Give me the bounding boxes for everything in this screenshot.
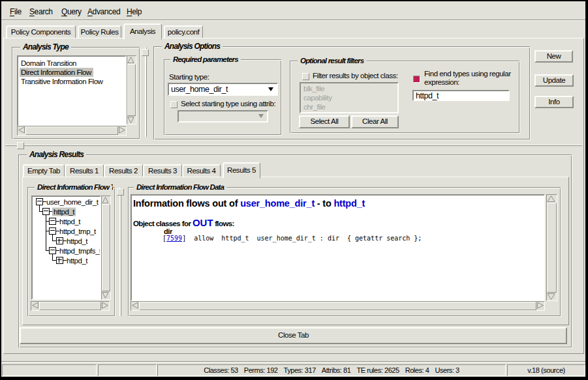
select-all-button[interactable]: Select All bbox=[299, 115, 350, 128]
tree-node-label[interactable]: httpd_t bbox=[59, 217, 80, 226]
analysis-options-title: Analysis Options bbox=[162, 42, 223, 51]
regex-input[interactable]: httpd_t bbox=[412, 90, 510, 101]
tree-collapse-icon[interactable] bbox=[56, 237, 63, 244]
scroll-right-arrow-icon[interactable] bbox=[101, 302, 109, 310]
scroll-right-arrow-icon[interactable] bbox=[118, 126, 126, 135]
results-tab-1[interactable]: Results 1 bbox=[65, 164, 104, 177]
status-segment-empty bbox=[98, 364, 157, 376]
status-perms: Perms: 192 bbox=[244, 366, 278, 374]
starting-type-combobox[interactable]: user_home_dir_t bbox=[168, 83, 278, 96]
scroll-thumb[interactable] bbox=[139, 302, 536, 310]
tree-expand-icon[interactable] bbox=[42, 208, 50, 215]
analysis-results-title: Analysis Results bbox=[27, 151, 86, 159]
new-button[interactable]: New bbox=[534, 50, 573, 63]
flow-data-textarea[interactable]: Information flows out of user_home_dir_t… bbox=[131, 194, 545, 301]
menu-advanced[interactable]: Advanced bbox=[87, 7, 120, 17]
status-segment-stats: Classes: 53 Perms: 192 Types: 317 Attrib… bbox=[157, 364, 506, 376]
tree-expand-icon[interactable] bbox=[49, 247, 56, 254]
tree-line bbox=[46, 214, 46, 250]
results-tab-empty[interactable]: Empty Tab bbox=[23, 164, 65, 177]
vertical-sash-handle[interactable] bbox=[142, 49, 149, 56]
combobox-dropdown-arrow-icon[interactable] bbox=[268, 87, 273, 91]
scroll-down-arrow-icon[interactable] bbox=[127, 116, 136, 124]
flow-tree-hscrollbar[interactable] bbox=[31, 301, 110, 311]
list-item-disabled: chr_file bbox=[301, 102, 397, 111]
tab-policy-rules[interactable]: Policy Rules bbox=[78, 25, 121, 38]
status-te-rules: TE rules: 2625 bbox=[356, 366, 399, 374]
results-sash[interactable] bbox=[119, 188, 121, 316]
tree-node-label[interactable]: httpd_t bbox=[67, 256, 87, 265]
tab-analysis[interactable]: Analysis bbox=[123, 23, 162, 40]
tree-collapse-icon[interactable] bbox=[56, 257, 63, 264]
analysis-type-listbox[interactable]: Domain Transition Direct Information Flo… bbox=[17, 55, 127, 126]
flow-data-hscrollbar[interactable] bbox=[131, 301, 545, 311]
status-attribs: Attribs: 81 bbox=[322, 366, 351, 374]
results-sash-handle[interactable] bbox=[117, 188, 124, 196]
tree-node-label[interactable]: user_home_dir_t bbox=[46, 197, 99, 206]
starting-type-value: user_home_dir_t bbox=[171, 85, 228, 94]
menu-help[interactable]: Help bbox=[127, 7, 142, 17]
horizontal-sash-handle[interactable] bbox=[17, 142, 24, 149]
rule-line: [7599] allow httpd_t user_home_dir_t : d… bbox=[162, 235, 422, 242]
scroll-thumb[interactable] bbox=[39, 302, 101, 310]
list-item-selected[interactable]: Direct Information Flow bbox=[18, 68, 125, 77]
close-tab-button[interactable]: Close Tab bbox=[20, 327, 567, 344]
scroll-right-arrow-icon[interactable] bbox=[536, 302, 544, 310]
object-class-checkbox-label[interactable]: Filter results by object class: bbox=[313, 72, 398, 80]
scroll-left-arrow-icon[interactable] bbox=[31, 302, 39, 310]
scroll-left-arrow-icon[interactable] bbox=[18, 126, 25, 135]
regex-checkbox[interactable] bbox=[413, 76, 420, 83]
tree-node-label[interactable]: httpd_tmpfs_t bbox=[59, 246, 101, 255]
tree-node-label-selected[interactable]: httpd_t bbox=[52, 207, 76, 216]
flow-direction: OUT bbox=[193, 217, 213, 228]
flow-source-type: user_home_dir_t bbox=[240, 198, 315, 209]
results-tab-2[interactable]: Results 2 bbox=[104, 164, 143, 177]
scroll-up-arrow-icon[interactable] bbox=[102, 196, 110, 204]
scroll-up-arrow-icon[interactable] bbox=[127, 56, 136, 64]
required-parameters-groupbox bbox=[164, 59, 281, 135]
attrib-checkbox[interactable] bbox=[170, 101, 178, 108]
scroll-thumb[interactable] bbox=[102, 204, 110, 291]
results-tab-4[interactable]: Results 4 bbox=[182, 164, 221, 177]
optional-filters-title: Optional result filters bbox=[298, 57, 366, 65]
menu-file[interactable]: File bbox=[10, 7, 22, 17]
menu-search[interactable]: Search bbox=[29, 7, 53, 17]
results-tab-5[interactable]: Results 5 bbox=[223, 162, 260, 179]
tree-expand-icon[interactable] bbox=[49, 227, 56, 235]
update-button[interactable]: Update bbox=[534, 74, 574, 87]
tree-expand-icon[interactable] bbox=[49, 218, 56, 225]
flow-tree[interactable]: user_home_dir_t httpd_t httpd_t httpd_tm… bbox=[31, 196, 101, 300]
analysis-type-vscrollbar[interactable] bbox=[127, 55, 136, 124]
flow-data-vscrollbar[interactable] bbox=[546, 194, 557, 301]
object-class-checkbox[interactable] bbox=[302, 73, 309, 80]
clear-all-button[interactable]: Clear All bbox=[351, 115, 399, 128]
results-tab-3[interactable]: Results 3 bbox=[143, 164, 182, 177]
scroll-down-arrow-icon[interactable] bbox=[547, 293, 557, 300]
info-button[interactable]: Info bbox=[534, 96, 574, 108]
flow-tree-vscrollbar[interactable] bbox=[101, 196, 111, 300]
scroll-thumb[interactable] bbox=[25, 126, 118, 135]
list-item[interactable]: Transitive Information Flow bbox=[18, 77, 125, 86]
tab-policy-conf[interactable]: policy.conf bbox=[164, 25, 203, 38]
analysis-type-hscrollbar[interactable] bbox=[17, 126, 127, 136]
horizontal-sash[interactable] bbox=[5, 145, 582, 146]
attrib-checkbox-label[interactable]: Select starting type using attrib: bbox=[181, 100, 275, 108]
scroll-left-arrow-icon[interactable] bbox=[131, 302, 139, 310]
scroll-thumb[interactable] bbox=[127, 64, 136, 116]
tree-node-label[interactable]: httpd_t bbox=[67, 237, 87, 245]
scroll-down-arrow-icon[interactable] bbox=[102, 291, 110, 299]
list-item[interactable]: Domain Transition bbox=[18, 59, 125, 68]
tree-line bbox=[52, 254, 53, 260]
regex-checkbox-label[interactable]: Find end types using regular expression: bbox=[424, 70, 511, 87]
combobox-dropdown-arrow-icon bbox=[258, 114, 264, 118]
status-segment-version: v.18 (source) bbox=[507, 364, 585, 376]
menu-query[interactable]: Query bbox=[61, 7, 82, 17]
tree-expand-icon[interactable] bbox=[36, 198, 43, 205]
flow-data-title: Direct Information Flow Data bbox=[134, 183, 226, 192]
tree-node-label[interactable]: httpd_tmp_t bbox=[59, 227, 96, 235]
tab-policy-components[interactable]: Policy Components bbox=[6, 25, 76, 38]
vertical-sash[interactable] bbox=[145, 48, 147, 137]
scroll-thumb[interactable] bbox=[547, 203, 557, 293]
rule-id-link[interactable]: 7599 bbox=[166, 235, 182, 242]
scroll-up-arrow-icon[interactable] bbox=[547, 195, 557, 203]
